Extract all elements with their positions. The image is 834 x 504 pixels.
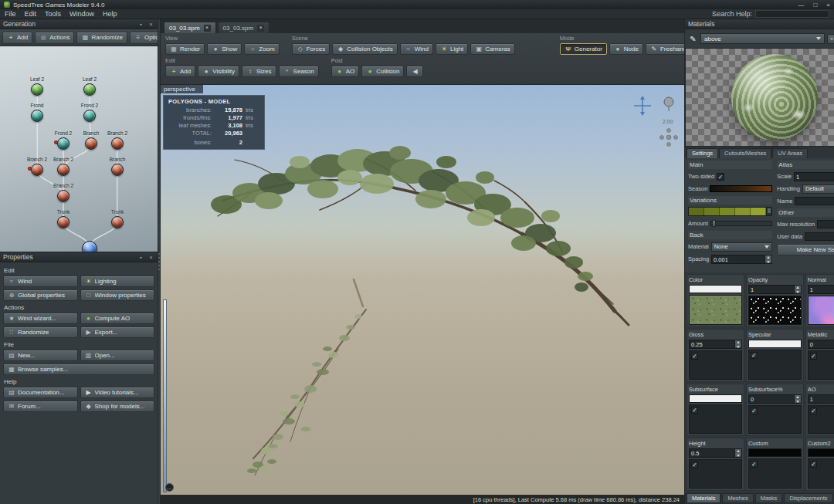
tab-settings[interactable]: Settings	[687, 148, 718, 158]
generator-node-branch-2[interactable]	[111, 137, 124, 150]
file-tab-0[interactable]: 03_03.spm×	[164, 22, 216, 33]
variation-swatch-2[interactable]	[720, 208, 735, 215]
map-gloss-checkbox[interactable]	[691, 353, 698, 360]
map-ao-checkbox[interactable]	[810, 408, 817, 414]
add-button[interactable]: +Add	[165, 66, 195, 77]
map-metallic-spinner[interactable]: 0	[808, 340, 834, 349]
zoom-button[interactable]: ○Zoom	[244, 43, 279, 55]
map-ao-thumbnail[interactable]	[808, 405, 834, 435]
variation-swatch-1[interactable]	[704, 208, 720, 215]
generator-node-branch-2[interactable]	[57, 164, 70, 176]
maximize-icon[interactable]: □	[813, 2, 817, 8]
map-subsurface-thumbnail[interactable]	[689, 404, 742, 435]
panel-close-icon[interactable]	[147, 255, 154, 260]
close-icon[interactable]: ×	[826, 2, 830, 8]
generator-node-branch-2[interactable]	[57, 190, 70, 202]
add-material-button[interactable]: +	[827, 34, 834, 44]
gen-add-button[interactable]: +Add	[2, 32, 32, 44]
variation-swatch-3[interactable]	[735, 208, 751, 215]
generator-node-branch-2[interactable]	[31, 164, 43, 176]
two-sided-checkbox[interactable]	[717, 173, 724, 181]
show-button[interactable]: ●Show	[207, 43, 242, 55]
wind-button[interactable]: ≈Wind	[400, 43, 433, 55]
generator-node-trunk[interactable]	[57, 216, 70, 228]
documentation-button[interactable]: ▤Documentation...	[3, 387, 78, 398]
variation-swatch-0[interactable]	[689, 208, 704, 215]
open-button[interactable]: ▥Open...	[80, 350, 155, 361]
season-button[interactable]: *Season	[279, 66, 319, 77]
node-button[interactable]: ●Node	[609, 43, 643, 55]
map-metallic-checkbox[interactable]	[810, 353, 817, 360]
video-tutorials-button[interactable]: ▶Video tutorials...	[80, 387, 155, 398]
map-subsurface-checkbox[interactable]	[691, 407, 698, 414]
map-custom2-checkbox[interactable]	[810, 461, 817, 468]
bottom-tab-masks[interactable]: Masks	[755, 493, 783, 503]
minimize-icon[interactable]: —	[798, 2, 804, 8]
close-tab-icon[interactable]: ×	[257, 25, 264, 32]
back-button[interactable]: ◀	[406, 66, 423, 77]
compute-ao-button[interactable]: ●Compute AO	[80, 313, 155, 324]
map-height-checkbox[interactable]	[691, 462, 698, 468]
collision-button[interactable]: ●Collision	[361, 66, 404, 77]
generator-node-frond[interactable]	[31, 110, 43, 122]
export-button[interactable]: ▶Export...	[80, 326, 155, 338]
map-subsurface-swatch[interactable]	[689, 394, 742, 403]
variations-scrollbar[interactable]	[766, 208, 771, 215]
tab-uv-areas[interactable]: UV Areas	[772, 148, 808, 158]
generator-node-frond-2[interactable]	[83, 110, 96, 122]
amount-slider[interactable]	[710, 221, 772, 226]
atlas-name-input[interactable]	[795, 197, 834, 205]
forum-button[interactable]: ✉Forum...	[3, 401, 78, 412]
map-color-swatch[interactable]	[689, 285, 742, 293]
map-color-thumbnail[interactable]	[689, 295, 742, 325]
map-specular-checkbox[interactable]	[751, 352, 758, 359]
spacing-spinner[interactable]: 0.001	[711, 255, 772, 264]
browse-samples-button[interactable]: ▦Browse samples...	[3, 364, 154, 375]
map-height-thumbnail[interactable]	[689, 459, 742, 489]
menu-tools[interactable]: Tools	[45, 10, 61, 18]
map-normal-spinner[interactable]: 1	[808, 285, 834, 294]
generator-node-leaf-2[interactable]	[31, 83, 43, 96]
viewport-scale-bar[interactable]	[163, 299, 167, 492]
map-normal-thumbnail[interactable]	[808, 296, 834, 325]
close-tab-icon[interactable]: ×	[204, 25, 211, 32]
bottom-tab-meshes[interactable]: Meshes	[722, 493, 753, 503]
season-gradient-bar[interactable]	[710, 185, 772, 192]
generator-button[interactable]: ΨGenerator	[560, 43, 607, 55]
file-tab-1[interactable]: 03_03.spm×	[218, 22, 270, 33]
dock-icon[interactable]	[137, 255, 144, 260]
visibility-button[interactable]: ●Visibility	[198, 66, 239, 77]
gen-actions-button[interactable]: ◎Actions	[35, 32, 74, 44]
material-dropdown[interactable]: above	[700, 33, 825, 44]
map-subsurface-thumbnail[interactable]	[748, 405, 802, 435]
generator-node-leaf-2[interactable]	[83, 83, 96, 96]
generator-node-tree[interactable]	[82, 241, 97, 252]
map-opacity-spinner[interactable]: 1	[748, 285, 802, 294]
search-help-input[interactable]	[755, 10, 829, 18]
map-custom2-swatch[interactable]	[808, 448, 834, 457]
menu-help[interactable]: Help	[103, 10, 117, 18]
variation-swatch-4[interactable]	[751, 208, 766, 215]
light-button[interactable]: ☀Light	[436, 43, 468, 55]
map-custom2-thumbnail[interactable]	[808, 458, 834, 489]
user-data-input[interactable]	[805, 232, 834, 241]
max-resolution-input[interactable]	[817, 220, 834, 228]
dock-icon[interactable]	[137, 22, 144, 27]
map-subsurface-checkbox[interactable]	[751, 408, 758, 414]
material-preview[interactable]	[685, 48, 834, 147]
gen-randomize-button[interactable]: ▦Randomize	[76, 32, 127, 44]
make-new-set-button[interactable]: Make New Set...	[777, 244, 834, 255]
map-specular-thumbnail[interactable]	[748, 350, 802, 380]
randomize-button[interactable]: ∷Randomize	[3, 326, 78, 338]
sizes-button[interactable]: ↕Sizes	[242, 66, 276, 77]
viewport-gizmos[interactable]: 2.00	[632, 94, 680, 151]
generator-node-frond-2[interactable]	[57, 137, 70, 150]
new-button[interactable]: ▤New...	[3, 350, 78, 361]
map-gloss-spinner[interactable]: 0.25	[689, 340, 742, 349]
map-ao-spinner[interactable]: 1	[808, 394, 834, 404]
panel-close-icon[interactable]	[147, 22, 154, 27]
global-properties-button[interactable]: ⊕Global properties	[3, 289, 78, 301]
scale-spinner[interactable]: 1	[794, 172, 834, 181]
viewport-more-button[interactable]	[165, 483, 174, 492]
map-metallic-thumbnail[interactable]	[808, 350, 834, 380]
